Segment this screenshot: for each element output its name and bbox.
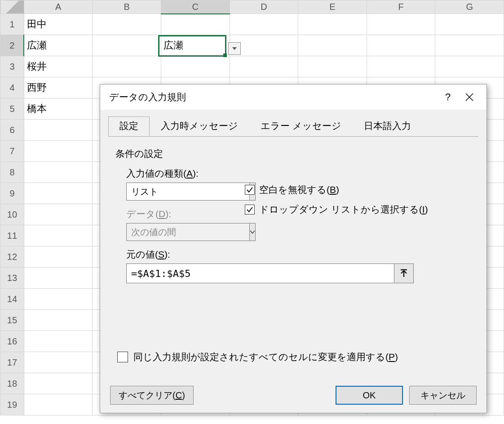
- row-header-4[interactable]: 4: [0, 77, 24, 98]
- allow-combo[interactable]: [126, 183, 239, 201]
- ignore-blank-checkbox[interactable]: 空白を無視する(B): [245, 183, 428, 196]
- row-header-11[interactable]: 11: [0, 225, 24, 246]
- row-header-2[interactable]: 2: [0, 35, 24, 56]
- source-input[interactable]: [126, 263, 394, 283]
- cell-A7[interactable]: [24, 141, 93, 162]
- cell-A8[interactable]: [24, 162, 93, 183]
- close-button[interactable]: [459, 88, 480, 106]
- source-refbox[interactable]: [126, 263, 414, 283]
- col-header-G[interactable]: G: [435, 0, 504, 14]
- tab-ime-mode[interactable]: 日本語入力: [353, 116, 422, 136]
- cell-A17[interactable]: [24, 352, 93, 373]
- col-header-F[interactable]: F: [367, 0, 435, 14]
- cell-C2-value[interactable]: 広瀬: [160, 35, 187, 52]
- col-header-B[interactable]: B: [93, 0, 161, 14]
- row-header-9[interactable]: 9: [0, 183, 24, 204]
- dialog-title: データの入力規則: [109, 91, 437, 103]
- cell-C1[interactable]: [161, 14, 230, 35]
- source-label: 元の値(S):: [126, 248, 471, 261]
- clear-all-button[interactable]: すべてクリア(C): [110, 386, 194, 405]
- ignore-blank-label: 空白を無視する(B): [259, 183, 339, 196]
- allow-value[interactable]: [126, 183, 249, 201]
- cancel-button[interactable]: キャンセル: [409, 386, 477, 405]
- cell-B2[interactable]: [93, 35, 161, 56]
- chevron-down-icon: [232, 47, 237, 50]
- cell-B1[interactable]: [93, 14, 161, 35]
- cell-F1[interactable]: [367, 14, 435, 35]
- allow-label: 入力値の種類(A):: [126, 167, 471, 180]
- cell-E2[interactable]: [298, 35, 367, 56]
- cell-C3[interactable]: [161, 56, 230, 77]
- data-combo-button: [249, 223, 256, 241]
- cell-A11[interactable]: [24, 225, 93, 246]
- col-header-A[interactable]: A: [24, 0, 93, 14]
- tab-settings[interactable]: 設定: [108, 116, 150, 136]
- cell-D3[interactable]: [230, 56, 298, 77]
- row-header-6[interactable]: 6: [0, 120, 24, 141]
- cell-E3[interactable]: [298, 56, 367, 77]
- select-all-corner[interactable]: [0, 0, 24, 14]
- data-validation-dialog: データの入力規則 ? 設定 入力時メッセージ エラー メッセージ 日本語入力 条…: [100, 84, 487, 413]
- close-icon: [465, 93, 473, 101]
- cell-A9[interactable]: [24, 183, 93, 204]
- row-header-3[interactable]: 3: [0, 56, 24, 77]
- cell-G3[interactable]: [435, 56, 504, 77]
- cell-F2[interactable]: [367, 35, 435, 56]
- check-icon: [246, 186, 253, 193]
- data-value: [126, 223, 249, 241]
- cell-A3[interactable]: 桜井: [24, 56, 93, 77]
- cell-A6[interactable]: [24, 120, 93, 141]
- dialog-titlebar: データの入力規則 ?: [100, 85, 486, 110]
- cell-A15[interactable]: [24, 310, 93, 331]
- cell-G1[interactable]: [435, 14, 504, 35]
- help-button[interactable]: ?: [437, 88, 459, 106]
- cell-A5[interactable]: 橋本: [24, 98, 93, 120]
- cell-G2[interactable]: [435, 35, 504, 56]
- col-header-D[interactable]: D: [230, 0, 298, 14]
- check-icon: [246, 206, 253, 213]
- cell-A19[interactable]: [24, 394, 93, 415]
- tab-input-message[interactable]: 入力時メッセージ: [150, 116, 249, 136]
- row-header-8[interactable]: 8: [0, 162, 24, 183]
- row-header-17[interactable]: 17: [0, 352, 24, 373]
- form-area: 入力値の種類(A): データ(D): 空白を無視する(B): [100, 167, 486, 283]
- cell-A1[interactable]: 田中: [24, 14, 93, 35]
- in-cell-dropdown-checkbox[interactable]: ドロップダウン リストから選択する(I): [245, 203, 428, 216]
- cell-dropdown-button[interactable]: [228, 42, 241, 55]
- row-header-15[interactable]: 15: [0, 310, 24, 331]
- collapse-dialog-icon: [400, 269, 408, 278]
- row-header-5[interactable]: 5: [0, 98, 24, 120]
- col-header-C[interactable]: C: [161, 0, 230, 14]
- col-header-E[interactable]: E: [298, 0, 367, 14]
- cell-A14[interactable]: [24, 289, 93, 310]
- row-header-13[interactable]: 13: [0, 268, 24, 289]
- row-header-16[interactable]: 16: [0, 331, 24, 352]
- tab-strip: 設定 入力時メッセージ エラー メッセージ 日本語入力: [100, 110, 486, 136]
- cell-B3[interactable]: [93, 56, 161, 77]
- cell-D1[interactable]: [230, 14, 298, 35]
- row-header-10[interactable]: 10: [0, 204, 24, 225]
- cell-A2[interactable]: 広瀬: [24, 35, 93, 56]
- cell-A18[interactable]: [24, 373, 93, 394]
- cell-A4[interactable]: 西野: [24, 77, 93, 98]
- cell-A10[interactable]: [24, 204, 93, 225]
- row-header-14[interactable]: 14: [0, 289, 24, 310]
- cell-E1[interactable]: [298, 14, 367, 35]
- button-bar: すべてクリア(C) OK キャンセル: [100, 386, 486, 405]
- cell-A12[interactable]: [24, 246, 93, 268]
- tab-error-alert[interactable]: エラー メッセージ: [249, 116, 353, 136]
- cell-F3[interactable]: [367, 56, 435, 77]
- cell-A16[interactable]: [24, 331, 93, 352]
- row-header-12[interactable]: 12: [0, 246, 24, 268]
- row-header-19[interactable]: 19: [0, 394, 24, 415]
- apply-all-checkbox[interactable]: 同じ入力規則が設定されたすべてのセルに変更を適用する(P): [117, 351, 398, 363]
- apply-all-label: 同じ入力規則が設定されたすべてのセルに変更を適用する(P): [133, 351, 398, 363]
- row-header-1[interactable]: 1: [0, 14, 24, 35]
- chevron-down-icon: [250, 230, 255, 234]
- ok-button[interactable]: OK: [336, 386, 403, 405]
- row-header-7[interactable]: 7: [0, 141, 24, 162]
- group-title: 条件の設定: [115, 147, 486, 160]
- range-picker-button[interactable]: [394, 263, 414, 283]
- cell-A13[interactable]: [24, 268, 93, 289]
- row-header-18[interactable]: 18: [0, 373, 24, 394]
